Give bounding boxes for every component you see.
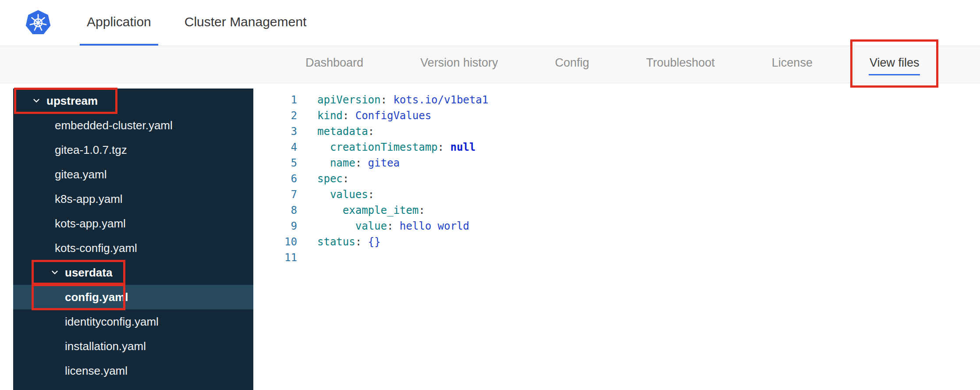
token-key: spec xyxy=(317,173,343,185)
code-line: value: hello world xyxy=(317,218,488,234)
folder-userdata[interactable]: userdata xyxy=(13,260,253,285)
nav-tab-label: License xyxy=(772,56,813,69)
token-punct: : xyxy=(355,236,368,248)
token-punct: : xyxy=(343,173,349,185)
tree-item-label: kots-app.yaml xyxy=(55,217,126,230)
token-punct: : xyxy=(368,125,374,138)
nav-tab-dashboard[interactable]: Dashboard xyxy=(305,53,364,75)
file-tree: upstreamembedded-cluster.yamlgitea-1.0.7… xyxy=(13,89,253,390)
file-gitea-yaml[interactable]: gitea.yaml xyxy=(13,162,253,187)
code-line: example_item: xyxy=(317,202,488,218)
chevron-down-icon xyxy=(32,96,41,106)
token-punct: : xyxy=(368,188,374,201)
content-area: upstreamembedded-cluster.yamlgitea-1.0.7… xyxy=(0,83,980,390)
token-punct: : xyxy=(381,94,394,106)
nav-tab-troubleshoot[interactable]: Troubleshoot xyxy=(645,53,716,75)
token-punct: : xyxy=(387,220,400,232)
token-value: ConfigValues xyxy=(355,110,431,122)
file-editor: 1234567891011 apiVersion: kots.io/v1beta… xyxy=(253,89,980,390)
token-plain xyxy=(317,188,330,201)
app-subnav: DashboardVersion historyConfigTroublesho… xyxy=(0,46,980,83)
code-line: name: gitea xyxy=(317,155,488,171)
code-area[interactable]: apiVersion: kots.io/v1beta1kind: ConfigV… xyxy=(317,92,488,390)
tree-item-label: license.yaml xyxy=(65,364,128,378)
nav-tab-label: Troubleshoot xyxy=(646,56,715,69)
token-punct: : xyxy=(355,157,368,169)
header-tab-cluster-management[interactable]: Cluster Management xyxy=(178,0,313,46)
nav-tab-label: Dashboard xyxy=(305,56,363,69)
line-number: 9 xyxy=(253,218,297,234)
tree-item-label: k8s-app.yaml xyxy=(55,192,123,206)
file-kots-config-yaml[interactable]: kots-config.yaml xyxy=(13,236,253,260)
nav-tab-label: Config xyxy=(555,56,589,69)
line-number: 2 xyxy=(253,108,297,124)
app-header: ApplicationCluster Management xyxy=(0,0,980,46)
file-k8s-app-yaml[interactable]: k8s-app.yaml xyxy=(13,187,253,211)
token-key: creationTimestamp xyxy=(330,141,438,153)
token-value: {} xyxy=(368,236,381,248)
line-number: 1 xyxy=(253,92,297,108)
file-installation-yaml[interactable]: installation.yaml xyxy=(13,334,253,358)
token-key: apiVersion xyxy=(317,94,381,106)
token-plain xyxy=(317,220,355,232)
code-line: metadata: xyxy=(317,124,488,139)
token-punct: : xyxy=(419,204,425,216)
line-number: 6 xyxy=(253,171,297,187)
code-line: apiVersion: kots.io/v1beta1 xyxy=(317,92,488,108)
tree-item-label: identityconfig.yaml xyxy=(65,315,159,329)
token-key: example_item xyxy=(343,204,419,216)
code-line: spec: xyxy=(317,171,488,187)
token-value: kots.io/v1beta1 xyxy=(393,94,488,106)
app-logo[interactable] xyxy=(25,0,52,46)
tree-item-label: gitea-1.0.7.tgz xyxy=(55,143,127,157)
nav-tab-label: Version history xyxy=(420,56,498,69)
token-punct: : xyxy=(438,141,451,153)
token-plain xyxy=(317,141,330,153)
line-number: 11 xyxy=(253,250,297,266)
line-number: 8 xyxy=(253,202,297,218)
token-key: name xyxy=(330,157,355,169)
code-line xyxy=(317,250,488,266)
code-line: status: {} xyxy=(317,234,488,250)
file-gitea-1-0-7-tgz[interactable]: gitea-1.0.7.tgz xyxy=(13,138,253,162)
code-line: values: xyxy=(317,187,488,202)
file-config-yaml[interactable]: config.yaml xyxy=(13,285,253,309)
line-number-gutter: 1234567891011 xyxy=(253,92,297,390)
token-key: metadata xyxy=(317,125,368,138)
line-number: 10 xyxy=(253,234,297,250)
token-key: values xyxy=(330,188,368,201)
token-key: value xyxy=(355,220,387,232)
tree-item-label: kots-config.yaml xyxy=(55,241,137,255)
tree-item-label: upstream xyxy=(46,94,98,108)
token-key: kind xyxy=(317,110,343,122)
nav-tab-view-files[interactable]: View files xyxy=(869,53,920,75)
tree-item-label: config.yaml xyxy=(65,291,128,304)
file-kots-app-yaml[interactable]: kots-app.yaml xyxy=(13,211,253,236)
code-line: kind: ConfigValues xyxy=(317,108,488,124)
line-number: 5 xyxy=(253,155,297,171)
file-license-yaml[interactable]: license.yaml xyxy=(13,358,253,383)
token-punct: : xyxy=(343,110,355,122)
nav-tab-license[interactable]: License xyxy=(771,53,813,75)
file-embedded-cluster-yaml[interactable]: embedded-cluster.yaml xyxy=(13,113,253,138)
token-key: status xyxy=(317,236,355,248)
line-number: 4 xyxy=(253,139,297,155)
nav-tab-config[interactable]: Config xyxy=(554,53,590,75)
folder-upstream[interactable]: upstream xyxy=(13,89,253,113)
token-plain xyxy=(317,157,330,169)
tree-item-label: installation.yaml xyxy=(65,340,146,353)
nav-tab-label: View files xyxy=(870,56,920,69)
header-tab-application[interactable]: Application xyxy=(80,0,158,46)
tree-item-label: gitea.yaml xyxy=(55,168,107,181)
line-number: 3 xyxy=(253,124,297,139)
header-tabs: ApplicationCluster Management xyxy=(80,0,313,46)
kubernetes-logo-icon xyxy=(25,9,52,36)
file-identityconfig-yaml[interactable]: identityconfig.yaml xyxy=(13,309,253,334)
token-value: hello world xyxy=(400,220,469,232)
chevron-down-icon xyxy=(50,268,60,277)
code-line: creationTimestamp: null xyxy=(317,139,488,155)
line-number: 7 xyxy=(253,187,297,202)
tree-item-label: embedded-cluster.yaml xyxy=(55,119,173,132)
token-plain xyxy=(317,204,343,216)
nav-tab-version-history[interactable]: Version history xyxy=(419,53,499,75)
